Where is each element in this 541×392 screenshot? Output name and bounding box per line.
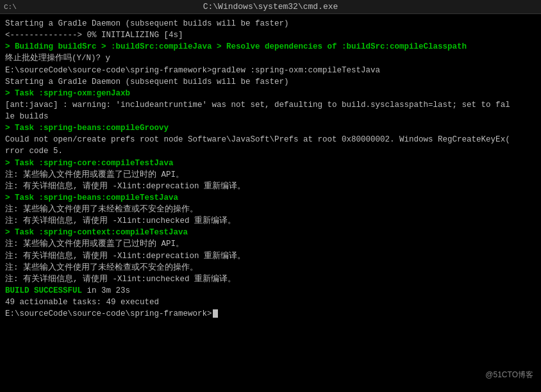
terminal-line: > Task :spring-beans:compileTestJava: [5, 192, 536, 204]
title-bar-title: C:\Windows\system32\cmd.exe: [203, 2, 338, 12]
terminal-line: 注: 有关详细信息, 请使用 -Xlint:deprecation 重新编译。: [5, 181, 536, 192]
terminal-line: <--------------> 0% INITIALIZING [4s]: [5, 29, 536, 41]
terminal-line: > Task :spring-context:compileTestJava: [5, 227, 536, 238]
terminal-line: 注: 某些输入文件使用或覆盖了已过时的 API。: [5, 169, 536, 181]
terminal-line: 注: 某些输入文件使用了未经检查或不安全的操作。: [5, 204, 536, 215]
terminal-line: BUILD SUCCESSFUL in 3m 23s: [5, 285, 536, 297]
watermark: @51CTO博客: [485, 370, 533, 380]
terminal-line: 注: 有关详细信息, 请使用 -Xlint:deprecation 重新编译。: [5, 250, 536, 262]
terminal-line: [ant:javac] : warning: 'includeantruntim…: [5, 99, 536, 111]
terminal-line: Starting a Gradle Daemon (subsequent bui…: [5, 18, 536, 29]
terminal[interactable]: Starting a Gradle Daemon (subsequent bui…: [0, 14, 541, 392]
cursor: [213, 309, 218, 318]
terminal-line: > Task :spring-beans:compileGroovy: [5, 122, 536, 134]
terminal-line: 注: 某些输入文件使用或覆盖了已过时的 API。: [5, 238, 536, 250]
terminal-line: > Building buildSrc > :buildSrc:compileJ…: [5, 41, 536, 53]
terminal-line: 注: 某些输入文件使用了未经检查或不安全的操作。: [5, 262, 536, 274]
terminal-line: E:\sourceCode\source-code\spring-framewo…: [5, 308, 536, 320]
title-bar: C:\ C:\Windows\system32\cmd.exe: [0, 0, 541, 14]
terminal-line: > Task :spring-core:compileTestJava: [5, 158, 536, 169]
terminal-line: le builds: [5, 111, 536, 122]
terminal-line: E:\sourceCode\source-code\spring-framewo…: [5, 65, 536, 76]
terminal-line: Starting a Gradle Daemon (subsequent bui…: [5, 76, 536, 88]
terminal-line: > Task :spring-oxm:genJaxb: [5, 88, 536, 99]
title-bar-icon: C:\: [4, 3, 17, 11]
terminal-line: 注: 有关详细信息, 请使用 -Xlint:unchecked 重新编译。: [5, 215, 536, 227]
terminal-line: rror code 5.: [5, 145, 536, 157]
terminal-line: 注: 有关详细信息, 请使用 -Xlint:unchecked 重新编译。: [5, 274, 536, 285]
terminal-line: Could not open/create prefs root node So…: [5, 134, 536, 145]
terminal-line: 49 actionable tasks: 49 executed: [5, 297, 536, 308]
terminal-line: 终止批处理操作吗(Y/N)? y: [5, 53, 536, 64]
